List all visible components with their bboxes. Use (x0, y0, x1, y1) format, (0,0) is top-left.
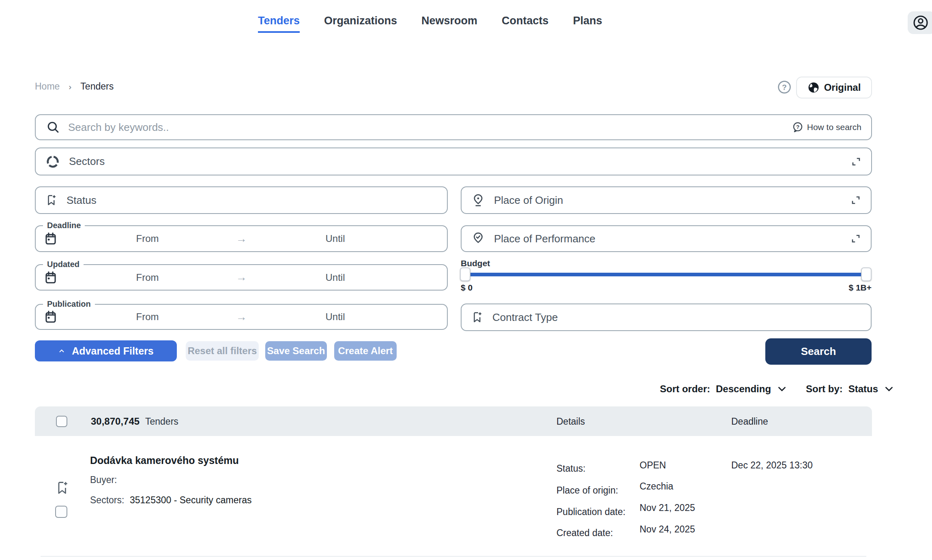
select-all-checkbox[interactable] (56, 416, 67, 427)
publication-range: From → Until (36, 305, 447, 329)
tender-sectors-label: Sectors: (90, 495, 124, 506)
tenders-search-page: Tenders Organizations Newsroom Contacts … (0, 0, 932, 560)
tender-publication-label: Publication date: (556, 507, 625, 517)
arrow-right-icon: → (236, 271, 247, 284)
place-of-origin-filter[interactable]: Place of Origin (461, 186, 872, 214)
globe-icon (807, 81, 820, 94)
expand-icon[interactable] (851, 156, 861, 167)
place-of-performance-filter[interactable]: Place of Performance (461, 225, 872, 252)
expand-icon[interactable] (850, 195, 861, 205)
question-bubble-icon: ? (792, 122, 803, 133)
tender-title[interactable]: Dodávka kamerového systému (90, 455, 239, 466)
map-pin-check-icon (471, 232, 485, 246)
tender-created-value: Nov 24, 2025 (640, 524, 695, 535)
results-count-suffix: Tenders (145, 416, 178, 427)
arrow-right-icon: → (236, 233, 247, 245)
bookmark-plus-icon[interactable] (55, 481, 70, 495)
tender-origin-label: Place of origin: (556, 485, 618, 496)
tender-origin-value: Czechia (640, 481, 673, 492)
sort-controls: Sort order: Descending Sort by: Status (660, 383, 894, 395)
tender-deadline-value: Dec 22, 2025 13:30 (731, 460, 813, 471)
original-label: Original (824, 82, 861, 93)
svg-text:?: ? (782, 83, 786, 92)
save-search-button[interactable]: Save Search (265, 341, 327, 361)
updated-from-field[interactable]: From (136, 272, 159, 283)
status-label: Status (67, 194, 97, 207)
sectors-label: Sectors (69, 155, 105, 168)
nav-plans[interactable]: Plans (573, 15, 602, 31)
budget-filter: Budget $ 0 $ 1B+ (460, 258, 872, 293)
arrow-right-icon: → (236, 311, 247, 323)
breadcrumb-separator: › (69, 82, 71, 92)
budget-max-label: $ 1B+ (848, 283, 872, 293)
account-button[interactable] (908, 11, 932, 34)
deadline-until-field[interactable]: Until (325, 233, 345, 244)
create-alert-button[interactable]: Create Alert (334, 341, 397, 361)
reset-filters-button[interactable]: Reset all filters (186, 341, 259, 361)
bookmark-plus-icon (471, 311, 483, 323)
how-to-search-label: How to search (807, 122, 861, 132)
sort-order-value[interactable]: Descending (716, 383, 771, 395)
search-button[interactable]: Search (765, 338, 872, 365)
budget-min-label: $ 0 (461, 283, 472, 293)
search-input[interactable] (68, 121, 871, 134)
sort-by-value[interactable]: Status (848, 383, 878, 395)
deadline-from-field[interactable]: From (136, 233, 159, 244)
expand-icon[interactable] (850, 233, 861, 244)
nav-newsroom[interactable]: Newsroom (421, 15, 477, 31)
nav-contacts[interactable]: Contacts (502, 15, 549, 31)
budget-min-handle[interactable] (460, 267, 470, 281)
deadline-range: From → Until (36, 226, 447, 251)
publication-until-field[interactable]: Until (325, 311, 345, 323)
updated-legend: Updated (43, 259, 84, 269)
tender-sectors-value: 35125300 - Security cameras (130, 495, 251, 506)
publication-from-field[interactable]: From (136, 311, 159, 323)
results-header: 30,870,745 Tenders Details Deadline (35, 406, 872, 436)
svg-text:?: ? (796, 124, 799, 130)
breadcrumb-current: Tenders (80, 81, 114, 92)
chevron-down-icon[interactable] (777, 384, 787, 394)
tender-status-value: OPEN (640, 460, 666, 471)
tender-publication-value: Nov 21, 2025 (640, 502, 695, 513)
nav-tenders[interactable]: Tenders (258, 15, 300, 33)
advanced-filters-button[interactable]: Advanced Filters (35, 340, 177, 361)
budget-label: Budget (461, 259, 490, 268)
help-icon[interactable]: ? (777, 80, 792, 94)
budget-max-handle[interactable] (861, 267, 872, 281)
sectors-filter[interactable]: Sectors (35, 147, 872, 175)
tender-select-checkbox[interactable] (55, 506, 67, 518)
tender-buyer-label: Buyer: (90, 475, 117, 485)
deadline-legend: Deadline (43, 220, 85, 231)
tender-result-row: Dodávka kamerového systému Buyer: Sector… (35, 436, 872, 560)
updated-range-filter: Updated From → Until (35, 264, 448, 291)
map-pin-icon (471, 193, 485, 207)
search-icon (46, 120, 60, 134)
results-count: 30,870,745 (91, 416, 140, 427)
calendar-icon (44, 232, 58, 246)
place-of-origin-label: Place of Origin (494, 194, 563, 207)
chevron-up-icon (58, 347, 65, 355)
deadline-range-filter: Deadline From → Until (35, 225, 448, 252)
language-original-button[interactable]: Original (796, 77, 872, 98)
updated-until-field[interactable]: Until (325, 272, 345, 283)
breadcrumb-home[interactable]: Home (35, 81, 60, 92)
deadline-column-header: Deadline (731, 416, 768, 427)
sectors-donut-icon (45, 154, 60, 169)
status-filter[interactable]: Status (35, 186, 448, 214)
updated-range: From → Until (36, 265, 447, 290)
keyword-search-bar: ? How to search (35, 114, 872, 140)
budget-slider-track[interactable] (463, 273, 868, 276)
breadcrumb: Home › Tenders (35, 81, 114, 92)
row-divider (41, 556, 866, 557)
bookmark-plus-icon (45, 194, 58, 206)
nav-organizations[interactable]: Organizations (324, 15, 397, 31)
advanced-filters-label: Advanced Filters (72, 345, 153, 357)
publication-range-filter: Publication From → Until (35, 304, 448, 330)
contract-type-filter[interactable]: Contract Type (461, 304, 872, 331)
sort-by-label: Sort by: (806, 383, 843, 395)
how-to-search[interactable]: ? How to search (792, 122, 861, 133)
contract-type-label: Contract Type (492, 311, 558, 324)
place-of-performance-label: Place of Performance (494, 233, 595, 245)
primary-nav: Tenders Organizations Newsroom Contacts … (258, 15, 602, 33)
chevron-down-icon[interactable] (884, 384, 894, 394)
